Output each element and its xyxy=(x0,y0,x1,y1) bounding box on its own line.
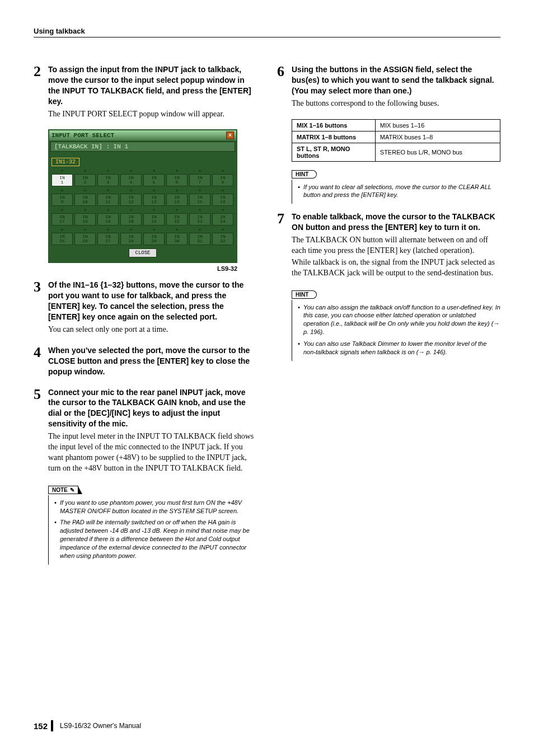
port-indicator-icon: ◆ xyxy=(189,227,210,232)
close-icon[interactable]: × xyxy=(226,132,234,139)
port-indicator-icon: ◆ xyxy=(51,168,73,173)
note-bullet: The PAD will be internally switched on o… xyxy=(54,518,257,560)
input-port-button[interactable]: IN9 xyxy=(51,194,73,206)
port-indicator-icon: ◆ xyxy=(143,168,165,173)
input-port-button[interactable]: IN25 xyxy=(51,233,73,245)
port-indicator-icon: ◆ xyxy=(97,168,119,173)
port-indicator-icon: ◆ xyxy=(166,168,188,173)
hint-tag: HINT xyxy=(292,290,312,299)
port-indicator-icon: ◆ xyxy=(51,227,73,232)
port-indicator-icon: ◆ xyxy=(120,188,142,192)
input-port-button[interactable]: IN17 xyxy=(51,213,73,226)
input-port-button[interactable]: IN7 xyxy=(189,174,210,186)
header-section: Using talkback xyxy=(34,27,500,37)
input-port-button[interactable]: IN14 xyxy=(166,194,188,206)
table-cell: MATRIX 1–8 buttons xyxy=(292,131,376,143)
table-row: MATRIX 1–8 buttons MATRIX buses 1–8 xyxy=(292,131,500,143)
input-port-button[interactable]: IN1 xyxy=(51,174,73,186)
page-number: 152 xyxy=(34,721,48,731)
input-port-button[interactable]: IN23 xyxy=(189,213,210,226)
popup-titlebar: INPUT PORT SELECT × xyxy=(49,130,236,140)
port-indicator-icon: ◆ xyxy=(97,227,119,232)
step-title: Using the buttons in the ASSIGN field, s… xyxy=(292,64,500,96)
port-indicator-icon: ◆ xyxy=(120,208,142,212)
hint-bullet: You can also use Talkback Dimmer to lowe… xyxy=(298,340,500,356)
input-port-button[interactable]: IN21 xyxy=(143,213,165,226)
port-indicator-icon: ◆ xyxy=(74,227,96,232)
hint-tag: HINT xyxy=(292,170,312,179)
port-indicator-icon: ◆ xyxy=(74,208,96,212)
step-number: 4 xyxy=(34,345,45,360)
table-cell: MATRIX buses 1–8 xyxy=(375,131,500,143)
table-cell: STEREO bus L/R, MONO bus xyxy=(375,143,500,161)
input-port-button[interactable]: IN12 xyxy=(120,194,142,206)
input-port-button[interactable]: IN19 xyxy=(97,213,119,226)
footer-divider xyxy=(51,720,53,731)
pencil-icon: ✎ xyxy=(70,487,74,493)
step-4: 4 When you've selected the port, move th… xyxy=(34,345,257,377)
port-indicator-icon: ◆ xyxy=(212,227,233,232)
input-port-button[interactable]: IN3 xyxy=(97,174,119,186)
input-port-button[interactable]: IN27 xyxy=(97,233,119,245)
port-indicator-icon: ◆ xyxy=(166,208,188,212)
port-indicator-icon: ◆ xyxy=(212,208,233,212)
port-indicator-icon: ◆ xyxy=(143,227,165,232)
input-button-grid: ◆◆◆◆◆◆◆◆IN1IN2IN3IN4IN5IN6IN7IN8◆◆◆◆◆◆◆◆… xyxy=(51,168,234,245)
input-port-button[interactable]: IN28 xyxy=(120,233,142,245)
port-indicator-icon: ◆ xyxy=(74,188,96,192)
input-port-button[interactable]: IN15 xyxy=(189,194,210,206)
port-indicator-icon: ◆ xyxy=(143,188,165,192)
input-port-button[interactable]: IN32 xyxy=(212,233,233,245)
input-port-select-popup: INPUT PORT SELECT × [TALKBACK IN] : IN 1… xyxy=(48,129,237,263)
input-port-button[interactable]: IN11 xyxy=(97,194,119,206)
footer-text: LS9-16/32 Owner's Manual xyxy=(60,722,141,730)
note-callout: NOTE✎ If you want to use phantom power, … xyxy=(48,484,257,565)
step-title: Connect your mic to the rear panel INPUT… xyxy=(48,387,257,430)
hint-callout: HINT You can also assign the talkback on… xyxy=(292,289,500,361)
port-indicator-icon: ◆ xyxy=(189,208,210,212)
input-port-button[interactable]: IN29 xyxy=(143,233,165,245)
step-number: 7 xyxy=(277,212,288,226)
table-cell: MIX 1–16 buttons xyxy=(292,119,376,131)
two-column-layout: 2 To assign the input from the INPUT jac… xyxy=(34,64,500,572)
input-port-button[interactable]: IN8 xyxy=(212,174,233,186)
step-title: Of the IN1–16 {1–32} buttons, move the c… xyxy=(48,280,257,322)
input-port-button[interactable]: IN4 xyxy=(120,174,142,186)
input-port-button[interactable]: IN16 xyxy=(212,194,233,206)
step-6: 6 Using the buttons in the ASSIGN field,… xyxy=(277,64,500,109)
port-indicator-icon: ◆ xyxy=(166,227,188,232)
input-port-button[interactable]: IN22 xyxy=(166,213,188,226)
port-indicator-icon: ◆ xyxy=(212,168,233,173)
table-cell: MIX buses 1–16 xyxy=(375,119,500,131)
close-button[interactable]: CLOSE xyxy=(129,248,156,257)
input-port-button[interactable]: IN24 xyxy=(212,213,233,226)
port-indicator-icon: ◆ xyxy=(97,188,119,192)
input-port-button[interactable]: IN30 xyxy=(166,233,188,245)
input-port-button[interactable]: IN31 xyxy=(189,233,210,245)
step-number: 6 xyxy=(277,64,288,79)
port-indicator-icon: ◆ xyxy=(120,227,142,232)
step-body: The TALKBACK ON button will alternate be… xyxy=(292,235,500,256)
port-indicator-icon: ◆ xyxy=(120,168,142,173)
input-port-button[interactable]: IN20 xyxy=(120,213,142,226)
input-port-button[interactable]: IN26 xyxy=(74,233,96,245)
step-number: 3 xyxy=(34,280,45,294)
step-7: 7 To enable talkback, move the cursor to… xyxy=(277,212,500,278)
port-indicator-icon: ◆ xyxy=(189,188,210,192)
port-indicator-icon: ◆ xyxy=(51,208,73,212)
hint-bullet: If you want to clear all selections, mov… xyxy=(298,183,500,200)
popup-caption: LS9-32 xyxy=(48,265,237,272)
step-number: 5 xyxy=(34,387,45,402)
page-footer: 152 LS9-16/32 Owner's Manual xyxy=(34,720,141,731)
input-port-button[interactable]: IN18 xyxy=(74,213,96,226)
input-port-button[interactable]: IN5 xyxy=(143,174,165,186)
input-port-button[interactable]: IN2 xyxy=(74,174,96,186)
input-port-button[interactable]: IN13 xyxy=(143,194,165,206)
popup-tab[interactable]: IN1-32 xyxy=(51,158,79,166)
left-column: 2 To assign the input from the INPUT jac… xyxy=(34,64,257,572)
input-port-button[interactable]: IN10 xyxy=(74,194,96,206)
step-body: The INPUT PORT SELECT popup window will … xyxy=(48,109,257,120)
step-number: 2 xyxy=(34,64,45,79)
input-port-button[interactable]: IN6 xyxy=(166,174,188,186)
port-indicator-icon: ◆ xyxy=(143,208,165,212)
